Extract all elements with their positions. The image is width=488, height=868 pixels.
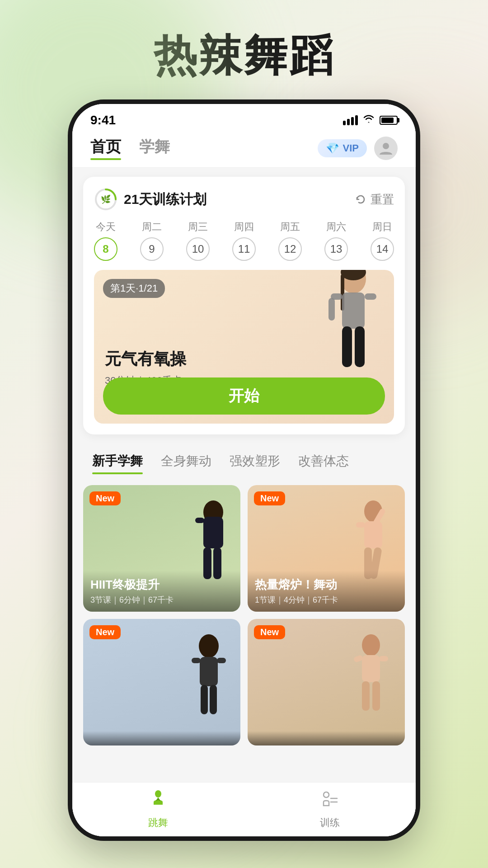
course-grid: New HIIT终极提升 3节课｜6分钟｜67千卡 bbox=[72, 478, 416, 753]
week-calendar: 今天 8 周二 9 周三 10 周四 11 bbox=[94, 220, 394, 261]
cat-tab-posture[interactable]: 改善体态 bbox=[289, 448, 358, 478]
svg-rect-9 bbox=[328, 298, 335, 321]
day-today: 今天 8 bbox=[94, 220, 117, 261]
svg-rect-11 bbox=[355, 326, 365, 367]
day-number-today: 8 bbox=[94, 237, 117, 261]
nav-tab-learn[interactable]: 学舞 bbox=[139, 137, 170, 160]
day-thu: 周四 11 bbox=[232, 220, 256, 261]
course-info-2: 热量熔炉！舞动 1节课｜4分钟｜67千卡 bbox=[248, 571, 405, 612]
svg-rect-14 bbox=[195, 518, 204, 523]
svg-text:🌿: 🌿 bbox=[101, 194, 111, 204]
nav-tabs: 首页 学舞 bbox=[90, 137, 318, 160]
day-number-fri: 12 bbox=[278, 237, 302, 261]
course-person-3 bbox=[173, 632, 240, 723]
new-badge-3: New bbox=[89, 625, 121, 639]
workout-name: 元气有氧操 bbox=[105, 348, 186, 370]
nav-right: 💎 VIP bbox=[318, 137, 398, 160]
dance-icon bbox=[148, 789, 168, 813]
course-card-2[interactable]: New 热量熔炉！舞动 1节课 bbox=[248, 485, 405, 612]
bottom-tab-train[interactable]: 训练 bbox=[244, 783, 416, 836]
new-badge-1: New bbox=[89, 491, 121, 505]
day-tue: 周二 9 bbox=[140, 220, 164, 261]
svg-rect-26 bbox=[192, 658, 201, 663]
day-number-sat: 13 bbox=[324, 237, 348, 261]
day-sun: 周日 14 bbox=[371, 220, 394, 261]
day-label-fri: 周五 bbox=[280, 220, 300, 234]
svg-rect-6 bbox=[342, 292, 365, 329]
svg-rect-8 bbox=[365, 293, 376, 300]
day-number-sun: 14 bbox=[371, 237, 394, 261]
course-info-1: HIIT终极提升 3节课｜6分钟｜67千卡 bbox=[83, 571, 240, 612]
svg-rect-27 bbox=[217, 658, 226, 663]
day-label-thu: 周四 bbox=[234, 220, 254, 234]
course-person-4 bbox=[337, 632, 405, 723]
vip-badge[interactable]: 💎 VIP bbox=[318, 139, 367, 157]
workout-day-badge: 第1天·1/21 bbox=[103, 279, 165, 298]
course-name-1: HIIT终极提升 bbox=[90, 577, 233, 593]
bottom-tab-train-label: 训练 bbox=[320, 816, 340, 830]
new-badge-2: New bbox=[254, 491, 285, 505]
vip-diamond-icon: 💎 bbox=[326, 142, 339, 155]
course-name-2: 热量熔炉！舞动 bbox=[255, 577, 398, 593]
svg-rect-33 bbox=[379, 656, 388, 661]
status-icons bbox=[343, 114, 398, 126]
scroll-content[interactable]: 🌿 21天训练计划 重置 bbox=[72, 168, 416, 823]
training-header: 🌿 21天训练计划 重置 bbox=[94, 188, 394, 211]
day-label-tue: 周二 bbox=[142, 220, 162, 234]
training-title-wrap: 🌿 21天训练计划 bbox=[94, 188, 206, 211]
course-info-4 bbox=[248, 731, 405, 745]
page-title: 热辣舞蹈 bbox=[0, 0, 488, 104]
course-meta-1: 3节课｜6分钟｜67千卡 bbox=[90, 594, 233, 605]
day-number-wed: 10 bbox=[186, 237, 210, 261]
training-card: 🌿 21天训练计划 重置 bbox=[83, 177, 405, 434]
day-label-wed: 周三 bbox=[188, 220, 208, 234]
cat-tab-sculpt[interactable]: 强效塑形 bbox=[221, 448, 289, 478]
day-number-tue: 9 bbox=[140, 237, 164, 261]
battery-icon bbox=[380, 116, 398, 125]
workout-card-main[interactable]: 第1天·1/21 bbox=[94, 270, 394, 424]
bottom-tab-dance-label: 跳舞 bbox=[148, 816, 168, 830]
course-meta-2: 1节课｜4分钟｜67千卡 bbox=[255, 594, 398, 605]
course-card-4[interactable]: New bbox=[248, 619, 405, 745]
avatar[interactable] bbox=[374, 137, 398, 160]
day-label-sat: 周六 bbox=[326, 220, 346, 234]
svg-rect-31 bbox=[362, 655, 380, 682]
svg-rect-25 bbox=[200, 657, 218, 686]
svg-point-0 bbox=[383, 143, 389, 149]
reset-label: 重置 bbox=[371, 192, 394, 208]
svg-point-36 bbox=[155, 790, 161, 797]
svg-point-30 bbox=[362, 634, 380, 656]
day-fri: 周五 12 bbox=[278, 220, 302, 261]
phone-inner: 9:41 bbox=[72, 104, 416, 836]
svg-point-37 bbox=[324, 792, 329, 797]
day-label-sun: 周日 bbox=[372, 220, 392, 234]
day-sat: 周六 13 bbox=[324, 220, 348, 261]
wifi-icon bbox=[362, 114, 375, 126]
reset-button[interactable]: 重置 bbox=[354, 192, 394, 208]
cat-tab-whole-body[interactable]: 全身舞动 bbox=[152, 448, 221, 478]
cat-tab-beginner[interactable]: 新手学舞 bbox=[83, 448, 152, 478]
status-time: 9:41 bbox=[90, 113, 116, 127]
svg-rect-28 bbox=[201, 685, 208, 714]
bottom-tab-dance[interactable]: 跳舞 bbox=[72, 783, 244, 836]
svg-rect-35 bbox=[372, 681, 380, 711]
nav-tab-home[interactable]: 首页 bbox=[90, 137, 121, 160]
svg-rect-29 bbox=[210, 685, 217, 714]
training-plan-title: 21天训练计划 bbox=[124, 190, 206, 209]
workout-slider[interactable]: 第1天·1/21 bbox=[94, 270, 394, 424]
svg-point-24 bbox=[199, 634, 219, 658]
training-plan-icon: 🌿 bbox=[94, 188, 117, 211]
course-info-3 bbox=[83, 731, 240, 745]
svg-rect-10 bbox=[342, 326, 352, 367]
day-label-today: 今天 bbox=[96, 220, 116, 234]
course-card-1[interactable]: New HIIT终极提升 3节课｜6分钟｜67千卡 bbox=[83, 485, 240, 612]
course-card-3[interactable]: New bbox=[83, 619, 240, 745]
phone-frame: 9:41 bbox=[68, 99, 420, 841]
vip-label: VIP bbox=[343, 142, 359, 154]
start-button[interactable]: 开始 bbox=[103, 377, 385, 415]
bottom-tabs: 跳舞 训练 bbox=[72, 782, 416, 836]
nav-bar: 首页 学舞 💎 VIP bbox=[72, 132, 416, 168]
svg-rect-34 bbox=[362, 681, 370, 711]
new-badge-4: New bbox=[254, 625, 285, 639]
category-tabs: 新手学舞 全身舞动 强效塑形 改善体态 bbox=[72, 443, 416, 478]
